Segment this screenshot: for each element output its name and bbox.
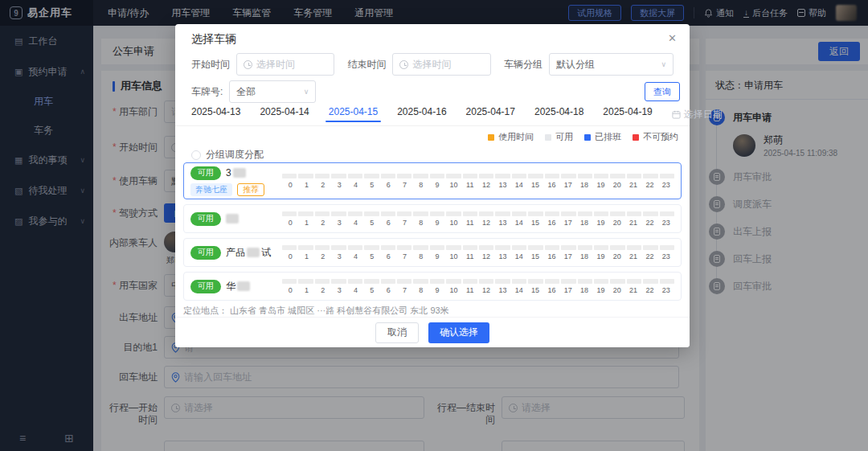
hour-tick: 20 <box>609 219 625 227</box>
hour-segment <box>446 245 461 250</box>
legend-item-1: 可用 <box>545 131 573 143</box>
confirm-select-button[interactable]: 确认选择 <box>428 322 489 343</box>
hour-segment <box>381 279 395 284</box>
hour-tick: 12 <box>478 252 494 260</box>
hour-tick: 21 <box>625 181 641 189</box>
status-badge: 可用 <box>190 166 221 180</box>
date-tab-2025-04-13[interactable]: 2025-04-13 <box>191 106 240 122</box>
hour-tick: 7 <box>396 181 412 189</box>
hour-tick: 17 <box>560 181 576 189</box>
hour-tick: 18 <box>576 181 592 189</box>
hour-tick: 14 <box>511 286 527 294</box>
availability-timeline: 01234567891011121314151617181920212223 <box>282 245 674 260</box>
hour-tick: 0 <box>282 181 298 189</box>
vehicle-tag-info: 奔驰七座 <box>190 183 232 196</box>
hour-tick: 21 <box>625 286 641 294</box>
hour-segment <box>495 211 510 216</box>
hour-tick: 12 <box>478 286 494 294</box>
hour-segment <box>315 245 330 250</box>
date-picker-label: 选择日期 <box>684 108 723 121</box>
hour-segment <box>643 211 657 216</box>
close-icon[interactable]: ✕ <box>668 32 677 44</box>
hour-tick: 17 <box>560 252 576 260</box>
date-tab-2025-04-19[interactable]: 2025-04-19 <box>603 106 652 122</box>
hour-tick: 20 <box>609 181 625 189</box>
hour-segment <box>298 211 313 216</box>
hour-tick: 0 <box>282 252 298 260</box>
hour-segment <box>660 279 674 284</box>
hour-tick: 10 <box>445 219 461 227</box>
legend-item-0: 使用时间 <box>488 131 534 143</box>
hour-segment <box>413 174 428 178</box>
date-picker-button[interactable]: 选择日期 <box>672 108 723 121</box>
hour-scale: 01234567891011121314151617181920212223 <box>282 181 674 189</box>
modal-footer: 取消 确认选择 <box>175 317 690 347</box>
date-tab-2025-04-17[interactable]: 2025-04-17 <box>466 106 515 122</box>
plate-number-select[interactable]: 全部 ∨ <box>229 80 316 103</box>
legend-color-swatch <box>584 134 591 141</box>
modal-start-time-input[interactable]: 选择时间 <box>236 53 334 76</box>
date-tab-2025-04-14[interactable]: 2025-04-14 <box>260 106 309 122</box>
hour-segment <box>578 279 592 284</box>
date-tab-2025-04-18[interactable]: 2025-04-18 <box>534 106 583 122</box>
hour-segment <box>364 245 379 250</box>
vehicle-card[interactable]: 可用 0123456789101112131415161718192021222… <box>183 204 682 233</box>
hour-segment <box>364 279 379 284</box>
legend-label: 使用时间 <box>498 131 534 143</box>
date-tab-2025-04-15[interactable]: 2025-04-15 <box>329 106 378 122</box>
hour-tick: 11 <box>462 219 478 227</box>
vehicle-card[interactable]: 可用 产品试 012345678910111213141516171819202… <box>183 238 682 267</box>
hour-tick: 20 <box>609 252 625 260</box>
chevron-down-icon: ∨ <box>661 60 666 68</box>
hour-segment <box>545 211 559 216</box>
vehicle-card[interactable]: 可用 3 奔驰七座推荐 0123456789101112131415161718… <box>183 162 682 199</box>
hour-tick: 16 <box>543 286 559 294</box>
clock-icon <box>399 60 408 69</box>
hour-tick: 18 <box>576 252 592 260</box>
hour-tick: 8 <box>413 286 429 294</box>
vehicle-card[interactable]: 可用 华 01234567891011121314151617181920212… <box>183 272 682 301</box>
hour-segment <box>479 279 493 284</box>
hour-tick: 13 <box>494 252 510 260</box>
hour-segment <box>397 174 411 178</box>
availability-legend: 使用时间可用已排班不可预约 <box>488 131 678 143</box>
group-dispatch-radio[interactable]: 分组调度分配 <box>191 148 264 162</box>
vehicle-group-select[interactable]: 默认分组 ∨ <box>549 53 674 76</box>
hour-segment <box>331 245 346 250</box>
hour-segment <box>561 211 575 216</box>
hour-tick: 7 <box>396 286 412 294</box>
hour-segment <box>397 279 411 284</box>
status-badge: 可用 <box>190 212 221 226</box>
vehicle-info: 可用 产品试 <box>190 246 277 260</box>
hour-segment <box>430 279 444 284</box>
modal-end-time-input[interactable]: 选择时间 <box>392 53 490 76</box>
vehicle-name: 产品试 <box>226 246 271 260</box>
legend-label: 已排班 <box>595 131 621 143</box>
placeholder-text: 选择时间 <box>256 58 295 72</box>
query-button[interactable]: 查询 <box>645 82 680 101</box>
hour-tick: 14 <box>511 219 527 227</box>
divider <box>175 125 690 126</box>
hour-tick: 0 <box>282 219 298 227</box>
hour-scale: 01234567891011121314151617181920212223 <box>282 219 674 227</box>
hour-segment <box>413 245 428 250</box>
date-tab-2025-04-16[interactable]: 2025-04-16 <box>397 106 446 122</box>
redacted-text <box>226 214 239 223</box>
hour-segment <box>315 211 330 216</box>
hour-segment <box>643 245 657 250</box>
hour-tick: 2 <box>315 181 331 189</box>
hour-segment <box>397 211 411 216</box>
hour-tick: 5 <box>364 286 380 294</box>
availability-timeline: 01234567891011121314151617181920212223 <box>282 174 674 189</box>
hour-segment <box>561 279 575 284</box>
filter-plate-label: 车牌号: <box>191 85 223 99</box>
hour-tick: 22 <box>641 181 657 189</box>
hour-tick: 13 <box>494 286 510 294</box>
hour-tick: 16 <box>543 181 559 189</box>
hour-segment <box>282 174 297 178</box>
hour-tick: 3 <box>331 219 347 227</box>
hour-segment <box>430 174 444 178</box>
cancel-button[interactable]: 取消 <box>375 322 419 343</box>
modal-title: 选择车辆 <box>191 32 236 47</box>
hour-segment <box>610 279 624 284</box>
